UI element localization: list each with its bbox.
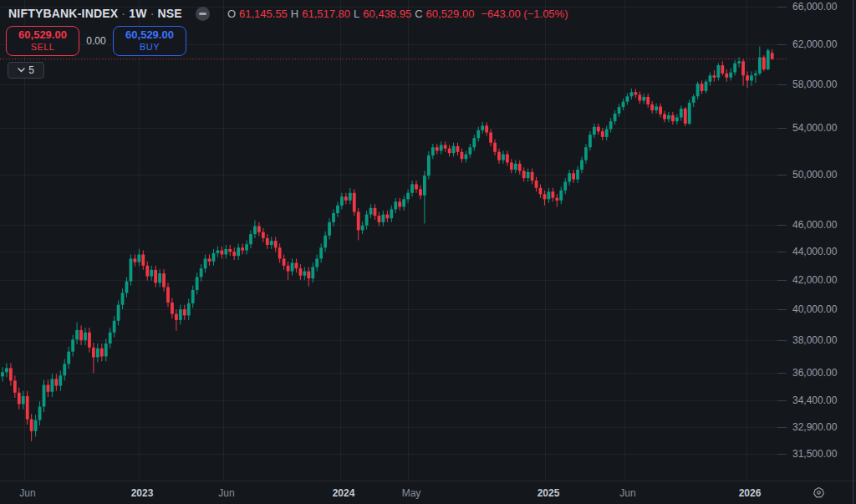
exchange-label: NSE <box>158 7 182 20</box>
candle-body <box>431 147 435 155</box>
candle-body <box>1 372 4 376</box>
candle-body <box>461 152 464 159</box>
price-axis-label: 44,000.00 <box>792 246 837 257</box>
candle-body <box>303 272 306 276</box>
candle-body <box>361 226 364 231</box>
candle-body <box>13 380 17 392</box>
candle-body <box>183 309 186 315</box>
price-axis-label: 38,000.00 <box>792 334 837 346</box>
candle-body <box>191 290 195 303</box>
candle-body <box>43 384 46 406</box>
time-axis-label: Jun <box>19 487 35 499</box>
candle-body <box>563 181 567 190</box>
candle-body <box>232 252 236 256</box>
time-axis[interactable]: Jun2023Jun2024May2025Jun2026 <box>0 481 856 504</box>
settings-icon[interactable] <box>812 486 825 499</box>
candle-body <box>580 160 583 170</box>
candle-body <box>497 152 501 160</box>
separator-dot: · <box>118 7 129 20</box>
candle-body <box>145 266 149 277</box>
price-axis[interactable]: 66,000.0062,000.0058,000.0054,000.0050,0… <box>787 0 853 481</box>
candle-body <box>150 270 153 277</box>
candle-body <box>349 193 352 201</box>
chart-window: NIFTYBANK-INDEX·1W·NSE O61,145.55 H61,51… <box>0 0 856 504</box>
candle-body <box>448 149 451 154</box>
candle-body <box>100 349 104 357</box>
candle-body <box>196 277 199 290</box>
interval-chip[interactable]: 5 <box>8 62 44 79</box>
candle-body <box>680 109 683 118</box>
candle-body <box>427 155 431 176</box>
candle-body <box>701 84 704 91</box>
candle-body <box>365 215 369 226</box>
candle-body <box>721 65 724 74</box>
candle-body <box>588 135 592 147</box>
candle-body <box>630 92 634 96</box>
chart-plot-area[interactable] <box>0 0 856 481</box>
candle-body <box>398 201 401 206</box>
buy-label: BUY <box>140 42 160 53</box>
candle-body <box>22 396 25 404</box>
candle-body <box>224 249 227 255</box>
symbol-title[interactable]: NIFTYBANK-INDEX·1W·NSE <box>8 7 182 20</box>
sell-button[interactable]: 60,529.00 SELL <box>6 26 79 56</box>
candle-body <box>353 193 356 212</box>
candle-body <box>59 375 62 385</box>
legend-collapse-icon[interactable] <box>196 7 210 21</box>
close-label: C <box>415 8 422 20</box>
candle-body <box>618 107 621 114</box>
low-label: L <box>354 8 359 20</box>
candle-body <box>141 254 145 265</box>
candle-body <box>733 64 736 73</box>
candle-body <box>394 201 397 209</box>
candle-body <box>385 215 389 219</box>
candle-body <box>675 117 679 121</box>
candle-body <box>262 232 265 238</box>
candle-body <box>572 173 575 179</box>
candle-body <box>328 222 331 236</box>
candle-body <box>692 96 696 103</box>
candle-body <box>444 145 447 148</box>
candle-body <box>278 247 282 258</box>
time-axis-label: 2023 <box>131 487 154 499</box>
candle-body <box>274 241 278 247</box>
candle-body <box>584 147 588 160</box>
candle-body <box>319 247 323 258</box>
price-axis-label: 40,000.00 <box>792 303 837 315</box>
buy-price: 60,529.00 <box>125 29 174 42</box>
price-axis-label: 31,500.00 <box>792 448 837 460</box>
candle-body <box>548 191 551 199</box>
ohlc-values: O61,145.55 H61,517.80 L60,438.95 C60,529… <box>227 8 568 20</box>
candle-body <box>228 249 232 252</box>
candle-body <box>51 379 54 391</box>
low-value: 60,438.95 <box>363 8 411 20</box>
candle-body <box>18 393 21 405</box>
trade-panel: 60,529.00 SELL 0.00 60,529.00 BUY <box>6 26 186 56</box>
candle-body <box>510 162 513 170</box>
candle-body <box>257 227 261 232</box>
candle-body <box>655 106 658 110</box>
candle-body <box>217 251 220 253</box>
candle-body <box>26 396 29 420</box>
candle-body <box>684 109 687 124</box>
candle-body <box>84 333 87 340</box>
candle-body <box>767 50 770 69</box>
candle-body <box>253 227 257 235</box>
candle-body <box>568 173 571 181</box>
candle-body <box>109 333 112 344</box>
candle-body <box>154 270 157 283</box>
candle-body <box>245 244 248 250</box>
candle-body <box>476 130 480 138</box>
price-axis-label: 50,000.00 <box>792 169 837 181</box>
minus-icon <box>199 13 206 15</box>
candle-body <box>522 171 526 178</box>
candle-body <box>506 155 509 163</box>
candle-body <box>311 267 314 278</box>
candle-body <box>485 125 488 132</box>
candle-body <box>716 65 720 78</box>
candle-body <box>614 114 617 121</box>
candle-body <box>705 82 708 91</box>
candle-body <box>158 273 161 283</box>
buy-button[interactable]: 60,529.00 BUY <box>113 26 186 56</box>
candle-body <box>344 196 348 201</box>
